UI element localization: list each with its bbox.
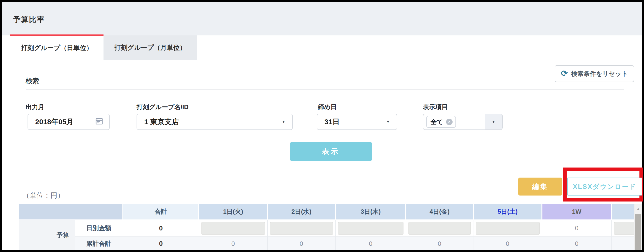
- tab-label: 打刻グループ（日単位）: [21, 43, 93, 52]
- closing-day-select[interactable]: 31日 ▼: [317, 114, 397, 130]
- day-value: 0: [406, 237, 473, 250]
- total-value: 0: [123, 237, 199, 250]
- tab-time-group-monthly[interactable]: 打刻グループ（月単位）: [104, 35, 197, 60]
- tab-time-group-daily[interactable]: 打刻グループ（日単位）: [10, 34, 104, 60]
- display-items-label: 表示項目: [423, 103, 448, 111]
- header-week-1w: 1W: [542, 204, 612, 220]
- day-input-cell: [406, 220, 473, 237]
- output-month-input[interactable]: 2018年05月: [28, 114, 110, 130]
- budget-ratio-page: 予算比率 打刻グループ（日単位） 打刻グループ（月単位） 検索 ⟳ 検索条件をリ…: [0, 0, 644, 252]
- day-value: 0: [199, 237, 268, 250]
- budget-input-disabled: [408, 222, 471, 235]
- page-title: 予算比率: [13, 14, 45, 25]
- row-label: 日別金額: [75, 220, 123, 237]
- refresh-icon: ⟳: [561, 69, 568, 77]
- day-input-cell: [473, 220, 542, 237]
- day-value: 0: [268, 237, 336, 250]
- section-divider: [26, 89, 624, 89]
- day-value: 0: [336, 237, 406, 250]
- edit-button[interactable]: 編集: [518, 178, 562, 196]
- day-input-cell: [268, 220, 336, 237]
- budget-input-disabled: [338, 222, 404, 235]
- header-day-5-saturday: 5日(土): [473, 204, 542, 220]
- row-label: 累計合計: [75, 237, 123, 250]
- total-value: 0: [123, 220, 199, 237]
- header-empty-cell: [19, 204, 123, 220]
- budget-table-container: 合計 1日(火) 2日(水) 3日(木) 4日(金) 5日(土) 1W 予算 日…: [19, 204, 642, 250]
- budget-table: 合計 1日(火) 2日(水) 3日(木) 4日(金) 5日(土) 1W 予算 日…: [19, 204, 642, 250]
- time-group-value: 1 東京支店: [144, 117, 179, 127]
- unit-note: （単位：円）: [23, 191, 64, 200]
- show-button[interactable]: 表示: [290, 142, 372, 161]
- chip-label: 全て: [430, 118, 443, 126]
- display-items-multiselect[interactable]: ▼ 全て ×: [423, 114, 503, 130]
- closing-day-value: 31日: [324, 117, 340, 127]
- week-value: 0: [542, 237, 612, 250]
- tab-label: 打刻グループ（月単位）: [114, 43, 186, 52]
- output-month-label: 出力月: [26, 103, 44, 111]
- day-input-cell: [199, 220, 268, 237]
- day-input-cell: [336, 220, 406, 237]
- header-day-3: 3日(木): [336, 204, 406, 220]
- scrollbar-thumb[interactable]: [636, 214, 641, 250]
- reset-search-label: 検索条件をリセット: [571, 70, 628, 78]
- page-header-strip: 予算比率: [2, 2, 642, 35]
- table-row-daily-amount: 予算 日別金額 0 0: [19, 220, 642, 237]
- chevron-down-icon: ▼: [282, 119, 286, 124]
- header-day-1: 1日(火): [199, 204, 268, 220]
- time-group-label: 打刻グループ名/ID: [136, 103, 188, 111]
- budget-input-disabled: [202, 222, 265, 235]
- table-row-cumulative-total: 累計合計 0 0 0 0 0 0 0: [19, 237, 642, 250]
- time-group-select[interactable]: 1 東京支店 ▼: [136, 114, 293, 130]
- day-value: 0: [473, 237, 542, 250]
- table-vertical-scrollbar[interactable]: ▲: [634, 204, 642, 250]
- table-header-row: 合計 1日(火) 2日(水) 3日(木) 4日(金) 5日(土) 1W: [19, 204, 642, 220]
- selected-item-chip: 全て ×: [426, 116, 456, 128]
- header-total: 合計: [123, 204, 199, 220]
- remove-chip-icon[interactable]: ×: [446, 119, 452, 125]
- scrollbar-up-arrow-icon[interactable]: ▲: [634, 204, 642, 213]
- row-group-label: 予算: [51, 220, 75, 250]
- header-day-4: 4日(金): [406, 204, 473, 220]
- reset-search-button[interactable]: ⟳ 検索条件をリセット: [555, 65, 634, 82]
- budget-input-disabled: [270, 222, 333, 235]
- chevron-down-icon: ▼: [386, 119, 390, 124]
- week-value: 0: [542, 220, 612, 237]
- closing-day-label: 締め日: [318, 103, 337, 111]
- search-heading: 検索: [26, 77, 39, 86]
- xlsx-download-button[interactable]: XLSXダウンロード: [567, 178, 642, 196]
- budget-input-disabled: [476, 222, 540, 235]
- header-day-2: 2日(水): [268, 204, 336, 220]
- output-month-value: 2018年05月: [35, 117, 74, 127]
- empty-cell: [19, 220, 51, 250]
- calendar-icon: [95, 117, 104, 127]
- chevron-down-icon[interactable]: ▼: [485, 114, 502, 129]
